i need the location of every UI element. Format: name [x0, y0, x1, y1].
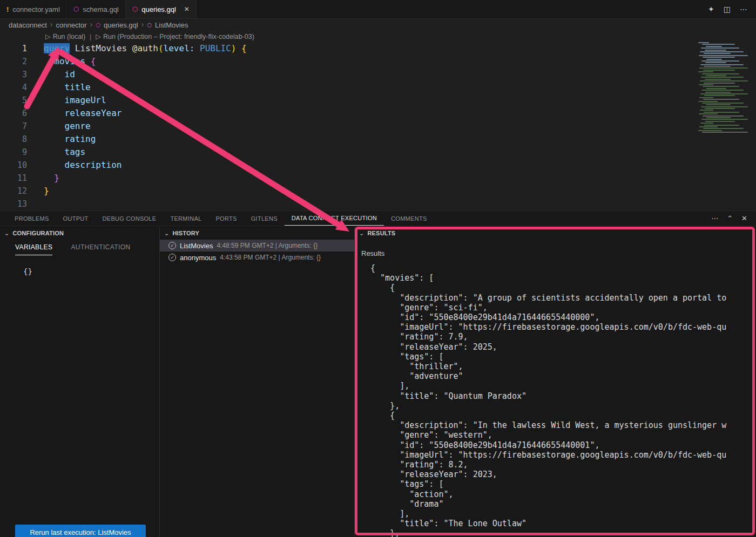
query-operation-icon: ⬡	[147, 22, 152, 28]
codelens-separator: |	[90, 33, 91, 40]
editor-code[interactable]: query ListMovies @auth(level: PUBLIC) { …	[44, 42, 247, 210]
line-number: 9	[0, 146, 27, 159]
code-line[interactable]: query ListMovies @auth(level: PUBLIC) {	[44, 42, 247, 55]
line-number: 11	[0, 172, 27, 185]
configuration-header[interactable]: ⌄ CONFIGURATION	[0, 227, 159, 240]
minimap[interactable]	[693, 42, 756, 134]
minimap-line	[706, 59, 722, 60]
tab-connector-yaml[interactable]: ! connector.yaml	[0, 0, 67, 18]
code-line[interactable]: }	[44, 172, 247, 185]
minimap-line	[705, 62, 726, 63]
close-panel-icon[interactable]: ✕	[741, 214, 747, 222]
code-line[interactable]: }	[44, 185, 247, 198]
breadcrumb-item-queries-gql[interactable]: queries.gql	[104, 21, 138, 29]
line-number: 10	[0, 159, 27, 172]
copilot-sparkle-icon[interactable]: ✦	[708, 5, 714, 13]
bottom-panel: PROBLEMS OUTPUT DEBUG CONSOLE TERMINAL P…	[0, 210, 756, 537]
chevron-right-icon: ›	[90, 20, 93, 29]
tab-queries-gql[interactable]: ⬡ queries.gql ✕	[126, 0, 197, 18]
split-editor-icon[interactable]: ◫	[724, 5, 731, 13]
minimap-line	[698, 130, 722, 131]
minimap-line	[700, 93, 748, 94]
results-label: Results	[355, 240, 756, 257]
minimap-line	[705, 50, 726, 51]
rerun-last-execution-button[interactable]: Rerun last execution: ListMovies	[15, 525, 146, 537]
code-line[interactable]: title	[44, 81, 247, 94]
variables-value[interactable]: {}	[0, 267, 159, 276]
minimap-line	[704, 95, 735, 96]
code-line[interactable]: id	[44, 68, 247, 81]
history-item-anonymous[interactable]: ✓ anonymous 4:43:58 PM GMT+2 | Arguments…	[160, 251, 354, 263]
minimap-line	[700, 51, 744, 52]
panel-tab-ports[interactable]: PORTS	[208, 211, 244, 226]
chevron-right-icon: ›	[50, 20, 53, 29]
minimap-line	[706, 46, 722, 47]
maximize-panel-icon[interactable]: ⌃	[727, 214, 733, 222]
more-actions-icon[interactable]: ⋯	[740, 5, 747, 13]
minimap-line	[702, 132, 748, 133]
line-number: 13	[0, 198, 27, 210]
minimap-line	[702, 103, 744, 104]
results-section: ⌄ RESULTS Results { "movies": [ { "descr…	[355, 227, 756, 537]
code-line[interactable]: rating	[44, 133, 247, 146]
history-item-listmovies[interactable]: ✓ ListMovies 4:48:59 PM GMT+2 | Argument…	[160, 240, 354, 251]
chevron-down-icon: ⌄	[164, 230, 169, 237]
line-number: 6	[0, 107, 27, 120]
panel-tab-terminal[interactable]: TERMINAL	[163, 211, 208, 226]
breadcrumb: dataconnect › connector › ⬡ queries.gql …	[0, 19, 756, 31]
code-line[interactable]	[44, 198, 247, 210]
minimap-line	[706, 88, 726, 89]
more-actions-icon[interactable]: ⋯	[711, 214, 718, 222]
history-item-name: anonymous	[180, 254, 216, 262]
results-json-output[interactable]: { "movies": [ { "description": "A group …	[355, 257, 756, 537]
minimap-line	[705, 79, 731, 80]
minimap-line	[701, 106, 748, 107]
line-number: 4	[0, 81, 27, 94]
minimap-line	[701, 90, 744, 91]
close-icon[interactable]: ✕	[184, 5, 190, 13]
panel-tab-comments[interactable]: COMMENTS	[384, 211, 434, 226]
minimap-line	[700, 80, 748, 81]
minimap-line	[700, 64, 744, 65]
breadcrumb-item-dataconnect[interactable]: dataconnect	[9, 21, 47, 29]
minimap-line	[702, 73, 739, 74]
line-number: 3	[0, 68, 27, 81]
minimap-line	[700, 123, 713, 124]
code-line[interactable]: tags	[44, 146, 247, 159]
breadcrumb-item-listmovies[interactable]: ListMovies	[155, 21, 188, 29]
tabbar-spacer	[197, 0, 708, 18]
panel-actions: ⋯ ⌃ ✕	[711, 211, 756, 226]
minimap-line	[699, 97, 713, 98]
code-line[interactable]: releaseYear	[44, 107, 247, 120]
code-scroll-area: 12345678910111213 query ListMovies @auth…	[0, 42, 756, 210]
minimap-line	[698, 42, 709, 43]
panel-tab-bar: PROBLEMS OUTPUT DEBUG CONSOLE TERMINAL P…	[0, 211, 756, 226]
history-item-meta: 4:43:58 PM GMT+2 | Arguments: {}	[220, 254, 321, 261]
graphql-icon: ⬡	[96, 22, 100, 28]
history-header[interactable]: ⌄ HISTORY	[160, 227, 354, 240]
minimap-line	[706, 75, 726, 76]
configuration-title: CONFIGURATION	[12, 230, 64, 236]
editor-gutter: 12345678910111213	[0, 42, 33, 210]
minimap-line	[706, 117, 731, 118]
minimap-line	[705, 121, 735, 122]
code-line[interactable]: genre	[44, 120, 247, 133]
check-icon: ✓	[168, 254, 176, 261]
code-line[interactable]: description	[44, 159, 247, 172]
breadcrumb-item-connector[interactable]: connector	[56, 21, 87, 29]
history-section: ⌄ HISTORY ✓ ListMovies 4:48:59 PM GMT+2 …	[160, 227, 355, 537]
panel-tab-debug-console[interactable]: DEBUG CONSOLE	[96, 211, 164, 226]
results-header[interactable]: ⌄ RESULTS	[355, 227, 756, 240]
code-line[interactable]: imageUrl	[44, 94, 247, 107]
run-local-link[interactable]: ▷ Run (local)	[45, 32, 85, 40]
panel-tab-output[interactable]: OUTPUT	[56, 211, 96, 226]
tab-variables[interactable]: VARIABLES	[15, 243, 52, 255]
code-line[interactable]: movies {	[44, 55, 247, 68]
panel-tab-data-connect-execution[interactable]: DATA CONNECT EXECUTION	[285, 211, 384, 226]
panel-tab-gitlens[interactable]: GITLENS	[244, 211, 285, 226]
run-production-link[interactable]: ▷ Run (Production – Project: friendly-fl…	[96, 32, 254, 40]
panel-tab-problems[interactable]: PROBLEMS	[8, 211, 56, 226]
tab-authentication[interactable]: AUTHENTICATION	[71, 243, 130, 255]
line-number: 8	[0, 133, 27, 146]
tab-schema-gql[interactable]: ⬡ schema.gql	[67, 0, 126, 18]
